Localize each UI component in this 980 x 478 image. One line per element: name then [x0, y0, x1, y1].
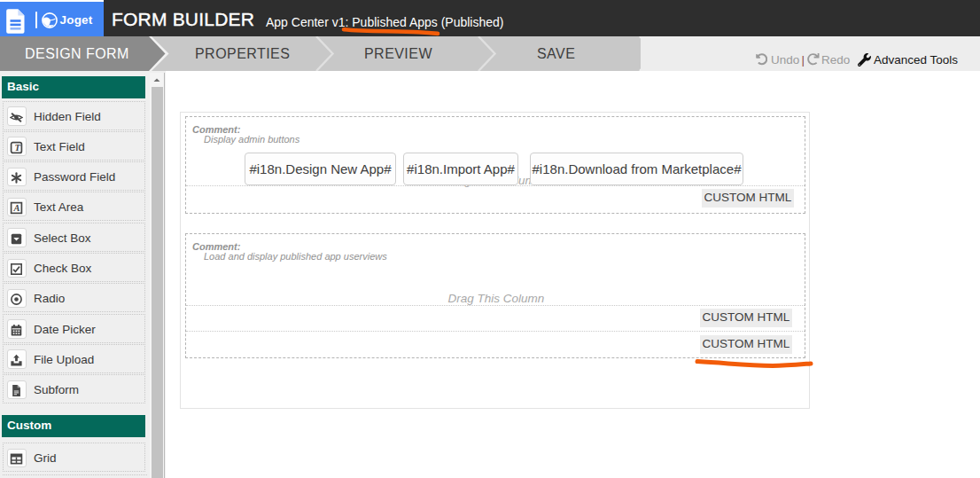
svg-text:A: A — [13, 203, 20, 213]
svg-text:T: T — [15, 143, 21, 153]
